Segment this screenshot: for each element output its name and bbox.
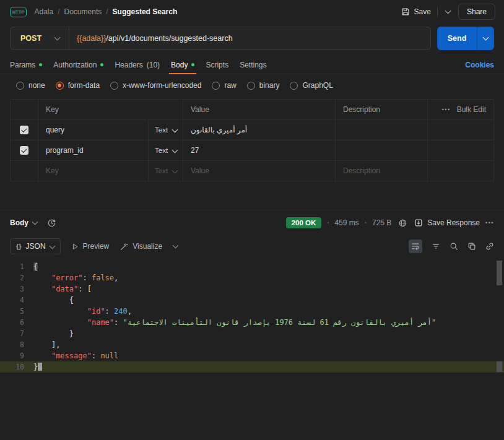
send-button-group: Send	[437, 27, 494, 50]
send-button[interactable]: Send	[437, 27, 477, 50]
radio-label: GraphQL	[302, 81, 332, 90]
url-box: POST {{adala}}/api/v1/documents/suggeste…	[10, 27, 431, 50]
link-icon	[485, 242, 494, 251]
value-cell[interactable]: 27	[183, 140, 336, 160]
green-dot-icon	[191, 63, 194, 66]
tab-body[interactable]: Body	[165, 56, 200, 74]
radio-label: raw	[224, 81, 236, 90]
save-dropdown-button[interactable]	[444, 10, 452, 14]
code-content: "message": null	[33, 350, 118, 361]
save-button[interactable]: Save	[401, 7, 431, 16]
value-placeholder: Value	[191, 166, 209, 175]
copy-button[interactable]	[467, 242, 476, 251]
body-type-graphql[interactable]: GraphQL	[290, 81, 332, 90]
visualize-label: Visualize	[133, 242, 162, 251]
line-number: 5	[0, 306, 33, 317]
type-label: Text	[155, 147, 168, 154]
body-type-binary[interactable]: binary	[247, 81, 280, 90]
chevron-down-icon	[172, 126, 178, 132]
chevron-down-icon	[172, 147, 178, 153]
dot-separator: •	[327, 220, 329, 226]
line-number: 7	[0, 328, 33, 339]
table-header-row: Key Value Description •••Bulk Edit	[11, 100, 493, 119]
magic-wand-icon	[120, 243, 128, 251]
key-cell[interactable]: Key	[38, 160, 149, 181]
line-number: 8	[0, 339, 33, 350]
link-button[interactable]	[485, 242, 494, 251]
checkbox-checked[interactable]	[20, 146, 28, 155]
tab-headers[interactable]: Headers(10)	[109, 56, 165, 74]
body-type-raw[interactable]: raw	[212, 81, 236, 90]
type-dropdown[interactable]: Text	[149, 140, 183, 160]
response-more-options-button[interactable]: •••	[485, 220, 494, 226]
radio-selected-icon	[56, 82, 64, 90]
visualize-dropdown-chevron-icon[interactable]	[173, 242, 179, 248]
more-options-icon[interactable]: •••	[442, 106, 451, 113]
body-type-none[interactable]: none	[16, 81, 45, 90]
search-button[interactable]	[450, 242, 458, 251]
preview-button[interactable]: Preview	[72, 242, 110, 251]
http-collection-icon: HTTP	[10, 7, 27, 17]
code-content: ],	[33, 339, 60, 350]
row-actions-cell	[428, 160, 493, 181]
response-header-left: Body	[10, 218, 56, 228]
network-info-button[interactable]	[398, 218, 407, 228]
response-body-dropdown[interactable]: Body	[10, 218, 37, 227]
radio-label: x-www-form-urlencoded	[123, 81, 201, 90]
send-options-button[interactable]	[477, 27, 494, 50]
value-cell[interactable]: أمر أميري بالقانون	[183, 119, 336, 140]
line-number: 6	[0, 317, 33, 328]
postman-app: HTTP Adala / Documents / Suggested Searc…	[0, 0, 504, 440]
pane-divider[interactable]	[0, 181, 504, 210]
type-dropdown[interactable]: Text	[149, 119, 183, 140]
body-type-selector: none form-data x-www-form-urlencoded raw…	[0, 74, 504, 96]
cookies-link[interactable]: Cookies	[465, 61, 494, 69]
tab-params[interactable]: Params	[10, 56, 48, 74]
description-cell[interactable]	[336, 140, 428, 160]
code-line: 4 {	[0, 295, 504, 306]
code-content: }	[33, 361, 42, 373]
response-size: 725 B	[372, 218, 391, 227]
code-content: "name": "أمر أميري بالقانون رقم 61 لسنة …	[33, 317, 436, 328]
breadcrumb-collection[interactable]: Documents	[64, 7, 102, 16]
row-actions-cell	[428, 119, 493, 140]
url-environment-variable: {{adala}}	[77, 34, 106, 43]
status-badge: 200 OK	[286, 217, 322, 228]
tab-scripts[interactable]: Scripts	[200, 56, 234, 74]
checkbox-checked[interactable]	[20, 126, 28, 134]
header-actions-cell: •••Bulk Edit	[428, 100, 493, 119]
body-type-form-data[interactable]: form-data	[56, 81, 100, 90]
wrap-text-button[interactable]	[409, 239, 422, 253]
visualize-button[interactable]: Visualize	[120, 242, 162, 251]
body-type-x-www-form-urlencoded[interactable]: x-www-form-urlencoded	[110, 81, 201, 90]
response-format-dropdown[interactable]: {} JSON	[10, 238, 61, 254]
url-input[interactable]: {{adala}}/api/v1/documents/suggested-sea…	[69, 34, 430, 43]
chevron-down-icon	[54, 34, 61, 40]
tab-authorization[interactable]: Authorization	[48, 56, 109, 74]
key-cell[interactable]: program_id	[38, 140, 149, 160]
scrollbar-thumb[interactable]	[497, 261, 502, 285]
chevron-down-icon	[445, 7, 451, 14]
topbar: HTTP Adala / Documents / Suggested Searc…	[0, 0, 504, 24]
checkbox-cell	[11, 160, 38, 181]
value-text: 27	[191, 146, 199, 155]
code-line: 1{	[0, 261, 504, 272]
tab-settings[interactable]: Settings	[234, 56, 272, 74]
value-cell[interactable]: Value	[183, 160, 336, 181]
description-cell[interactable]	[336, 119, 428, 140]
bulk-edit-button[interactable]: Bulk Edit	[457, 105, 486, 114]
code-content: "error": false,	[33, 272, 118, 283]
key-cell[interactable]: query	[38, 119, 149, 140]
code-line: 6 "name": "أمر أميري بالقانون رقم 61 لسن…	[0, 317, 504, 328]
save-response-button[interactable]: Save Response	[414, 218, 480, 227]
method-dropdown[interactable]: POST	[11, 27, 69, 50]
breadcrumb-workspace[interactable]: Adala	[34, 7, 53, 16]
filter-button[interactable]	[432, 242, 440, 251]
description-cell[interactable]: Description	[336, 160, 428, 181]
share-button[interactable]: Share	[458, 4, 495, 20]
radio-icon	[212, 82, 220, 90]
type-dropdown[interactable]: Text	[149, 160, 183, 181]
response-history-button[interactable]	[47, 218, 56, 228]
line-number: 9	[0, 350, 33, 361]
wrap-text-icon	[411, 242, 420, 251]
